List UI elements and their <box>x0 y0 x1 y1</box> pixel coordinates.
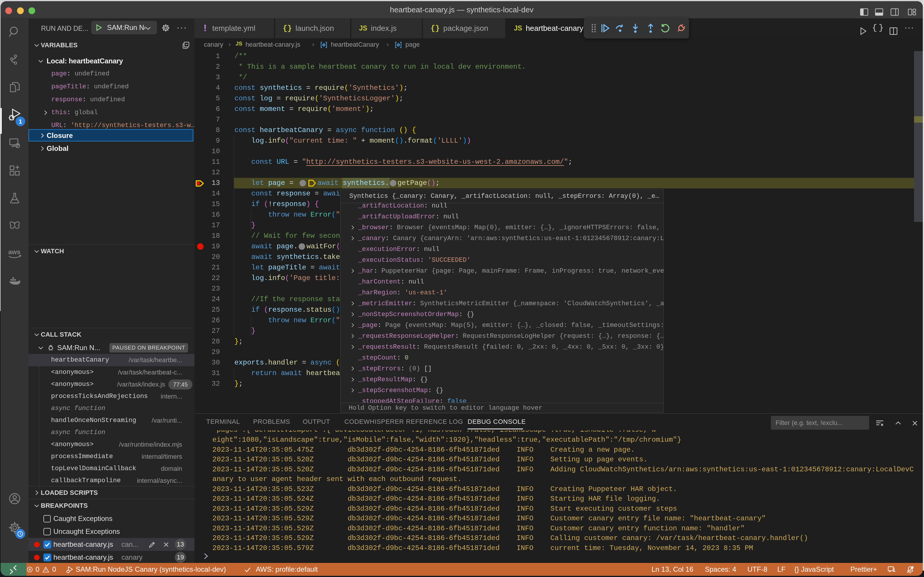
svg-text:aws: aws <box>8 248 21 256</box>
